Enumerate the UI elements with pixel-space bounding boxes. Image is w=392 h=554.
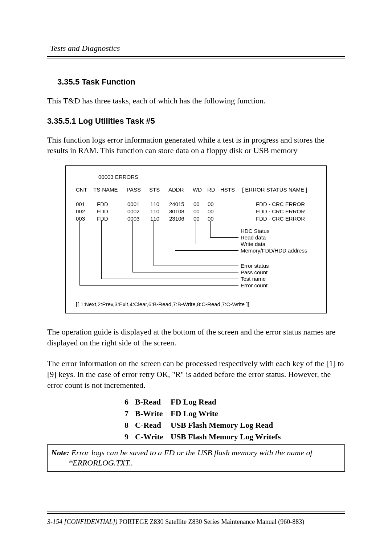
connector-line — [132, 272, 238, 272]
key-command: B-Read — [128, 397, 171, 407]
cell: 00 — [193, 216, 200, 222]
cell: 0002 — [127, 208, 139, 214]
diagram-title: 00003 ERRORS — [98, 174, 316, 180]
connector-line — [101, 221, 102, 279]
running-header: Tests and Diagnostics — [47, 44, 345, 57]
key-description: FD Log Write — [171, 409, 218, 418]
key-number: 6 — [115, 397, 128, 407]
connector-line — [196, 221, 196, 244]
key-number: 7 — [115, 409, 128, 418]
paragraph: The operation guide is displayed at the … — [47, 327, 345, 348]
cell: 00 — [193, 201, 200, 207]
col-esn: [ ERROR STATUS NAME ] — [242, 186, 307, 193]
key-number: 8 — [115, 420, 128, 430]
connector-line — [210, 221, 211, 237]
cell: FDD - CRC ERROR — [256, 201, 305, 207]
heading-task-function: 3.35.5 Task Function — [57, 77, 345, 87]
heading-log-utilities: 3.35.5.1 Log Utilities Task #5 — [47, 116, 345, 126]
key-command: B-Write — [128, 409, 171, 418]
footer-manual-title: PORTEGE Z830 Satellite Z830 Series Maint… — [118, 518, 305, 525]
key-operations-table: 6 B-Read FD Log Read 7 B-Write FD Log Wr… — [115, 397, 345, 442]
col-addr: ADDR — [168, 186, 184, 193]
page-footer: 3-154 [CONFIDENTIAL]) PORTEGE Z830 Satel… — [47, 512, 345, 526]
cell: FDD — [97, 201, 108, 207]
note-box: Note: Error logs can be saved to a FD or… — [47, 444, 345, 472]
connector-line — [210, 237, 238, 238]
cell: 003 — [76, 216, 85, 222]
key-description: FD Log Read — [171, 397, 216, 407]
connector-line — [226, 231, 238, 231]
cell: 110 — [150, 208, 159, 214]
cell: 00 — [208, 216, 214, 222]
cell: 0001 — [127, 201, 139, 207]
error-log-diagram: 00003 ERRORS CNT TS-NAME PASS STS ADDR W… — [65, 165, 327, 313]
cell: FDD — [97, 216, 108, 222]
cell: 00 — [208, 208, 214, 214]
key-number: 9 — [115, 432, 128, 442]
connector-line — [175, 221, 175, 250]
header-rule — [47, 57, 345, 58]
key-command: C-Write — [128, 432, 171, 442]
footer-rule — [47, 513, 345, 518]
key-row: 6 B-Read FD Log Read — [115, 397, 345, 407]
legend-memory-address: Memory/FDD/HDD address — [241, 247, 307, 254]
paragraph: This T&D has three tasks, each of which … — [47, 95, 345, 106]
col-cnt: CNT — [76, 186, 87, 193]
col-sts: STS — [149, 186, 160, 193]
cell: FDD - CRC ERROR — [256, 208, 305, 214]
cell: 23106 — [169, 216, 184, 222]
connector-line — [101, 279, 238, 279]
legend-hdc-status: HDC Status — [241, 228, 269, 234]
key-command: C-Read — [128, 420, 171, 430]
key-row: 9 C-Write USB Flash Memory Log Writefs — [115, 432, 345, 442]
cell: 110 — [150, 216, 159, 222]
col-wd: WD — [193, 186, 202, 193]
connector-line — [175, 250, 238, 251]
footer-page-confidential: 3-154 [CONFIDENTIAL]) — [47, 518, 118, 525]
cell: 00 — [208, 201, 214, 207]
cell: 00 — [193, 208, 200, 214]
legend-error-status: Error status — [241, 263, 269, 269]
legend-test-name: Test name — [241, 276, 266, 282]
cell: FDD — [97, 208, 108, 214]
diagram-operation-guide: [[ 1:Next,2:Prev,3:Exit,4:Clear,6:B-Read… — [76, 301, 316, 307]
key-row: 8 C-Read USB Flash Memory Log Read — [115, 420, 345, 430]
cell: 24015 — [169, 201, 184, 207]
key-description: USB Flash Memory Log Read — [171, 420, 273, 430]
key-description: USB Flash Memory Log Writefs — [171, 432, 281, 442]
connector-line — [154, 221, 154, 266]
note-text: Error logs can be saved to a FD or the U… — [69, 448, 313, 457]
paragraph: The error information on the screen can … — [47, 358, 345, 390]
col-tsname: TS-NAME — [93, 186, 118, 193]
diagram-column-headers: CNT TS-NAME PASS STS ADDR WD RD HSTS [ E… — [76, 186, 316, 194]
legend-write-data: Write data — [241, 241, 265, 247]
connector-line — [79, 285, 238, 286]
connector-line — [226, 221, 226, 231]
note-label: Note: — [51, 448, 69, 457]
connector-line — [79, 221, 80, 285]
cell: FDD - CRC ERROR — [256, 216, 305, 222]
connector-line — [154, 266, 238, 266]
connector-line — [196, 244, 238, 244]
legend-error-count: Error count — [241, 282, 268, 288]
cell: 001 — [76, 201, 85, 207]
cell: 0003 — [127, 216, 139, 222]
legend-read-data: Read data — [241, 234, 266, 241]
note-text-line2: *ERRORLOG.TXT.. — [69, 458, 339, 468]
connector-line — [132, 221, 133, 272]
key-row: 7 B-Write FD Log Write — [115, 409, 345, 418]
cell: 002 — [76, 208, 85, 214]
legend-pass-count: Pass count — [241, 269, 268, 275]
paragraph: This function logs error information gen… — [47, 135, 345, 156]
col-hsts: HSTS — [220, 186, 235, 193]
col-pass: PASS — [127, 186, 141, 193]
cell: 110 — [150, 201, 159, 207]
col-rd: RD — [207, 186, 215, 193]
cell: 30108 — [169, 208, 184, 214]
